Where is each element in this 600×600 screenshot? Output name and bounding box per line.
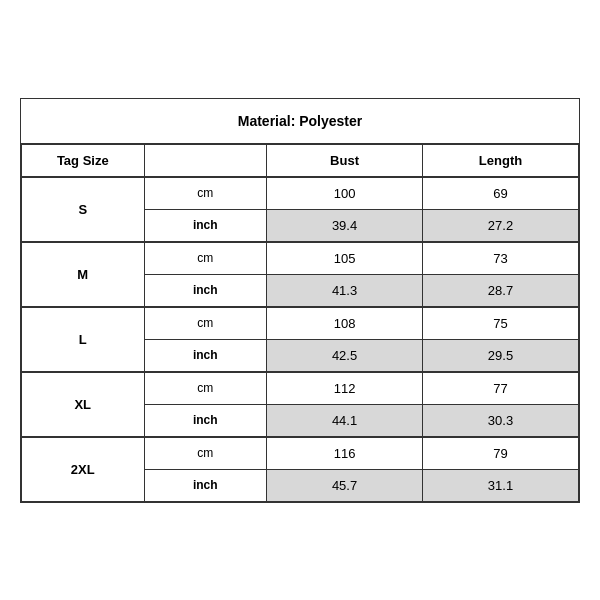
chart-title: Material: Polyester [21,99,579,144]
length-cm-value: 73 [423,242,579,275]
unit-cell-inch: inch [144,274,267,307]
length-header: Length [423,144,579,177]
unit-cell-cm: cm [144,242,267,275]
bust-cm-value: 112 [267,372,423,405]
unit-cell-cm: cm [144,437,267,470]
table-row: 2XLcm11679 [22,437,579,470]
unit-cell-inch: inch [144,404,267,437]
length-inch-value: 27.2 [423,209,579,242]
length-inch-value: 29.5 [423,339,579,372]
length-cm-value: 69 [423,177,579,210]
unit-cell-cm: cm [144,372,267,405]
table-row: XLcm11277 [22,372,579,405]
bust-cm-value: 105 [267,242,423,275]
unit-header [144,144,267,177]
table-row: Lcm10875 [22,307,579,340]
table-header-row: Tag Size Bust Length [22,144,579,177]
bust-inch-value: 44.1 [267,404,423,437]
bust-inch-value: 45.7 [267,469,423,501]
table-row: Mcm10573 [22,242,579,275]
tag-size-cell: M [22,242,145,307]
tag-size-cell: S [22,177,145,242]
bust-header: Bust [267,144,423,177]
tag-size-cell: XL [22,372,145,437]
length-inch-value: 31.1 [423,469,579,501]
unit-cell-inch: inch [144,339,267,372]
length-inch-value: 30.3 [423,404,579,437]
unit-cell-cm: cm [144,307,267,340]
bust-cm-value: 116 [267,437,423,470]
tag-size-cell: L [22,307,145,372]
tag-size-cell: 2XL [22,437,145,502]
length-inch-value: 28.7 [423,274,579,307]
size-chart-container: Material: Polyester Tag Size Bust Length… [20,98,580,503]
length-cm-value: 77 [423,372,579,405]
bust-inch-value: 39.4 [267,209,423,242]
bust-cm-value: 100 [267,177,423,210]
tag-size-header: Tag Size [22,144,145,177]
length-cm-value: 75 [423,307,579,340]
size-table: Tag Size Bust Length Scm10069inch39.427.… [21,144,579,502]
table-row: Scm10069 [22,177,579,210]
unit-cell-inch: inch [144,469,267,501]
unit-cell-cm: cm [144,177,267,210]
bust-cm-value: 108 [267,307,423,340]
bust-inch-value: 42.5 [267,339,423,372]
unit-cell-inch: inch [144,209,267,242]
length-cm-value: 79 [423,437,579,470]
bust-inch-value: 41.3 [267,274,423,307]
